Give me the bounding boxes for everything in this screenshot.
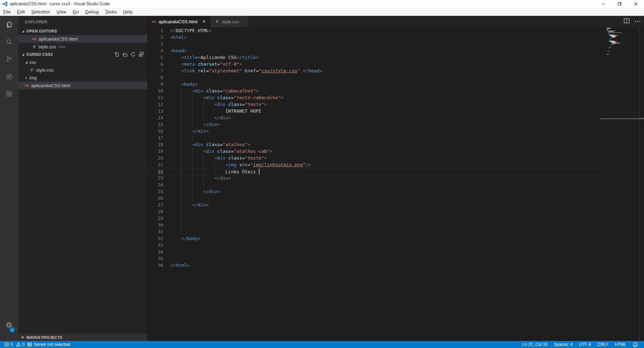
debug-icon[interactable] — [0, 68, 18, 85]
line-number: 22 — [147, 168, 163, 175]
minimap[interactable] — [604, 27, 639, 341]
status-server[interactable]: Server not selected — [26, 341, 71, 348]
status-utf-8[interactable]: UTF-8 — [576, 341, 594, 348]
menu-edit[interactable]: Edit — [14, 8, 28, 16]
tree-item-aplicandoCSS.html[interactable]: <>aplicandoCSS.html — [18, 82, 147, 89]
status-html[interactable]: HTML — [612, 341, 630, 348]
code-line-7[interactable]: 7 <link rel="stylesheet" href="css/style… — [147, 67, 604, 74]
split-editor-icon[interactable] — [624, 18, 630, 25]
files-icon[interactable] — [0, 16, 18, 33]
settings-gear-icon[interactable]: ⚙ — [0, 320, 18, 330]
code-line-9[interactable]: 9 <body> — [147, 81, 604, 88]
line-number: 18 — [147, 141, 163, 148]
feedback-smiley-icon[interactable] — [630, 341, 641, 348]
new-folder-icon[interactable] — [123, 52, 127, 57]
code-text: <head> — [170, 47, 187, 54]
line-number: 2 — [147, 34, 163, 41]
line-number: 28 — [147, 208, 163, 215]
code-line-19[interactable]: 19 <div class="atalhos-cab"> — [147, 148, 604, 155]
code-line-8[interactable]: 8 — [147, 74, 604, 81]
refresh-icon[interactable] — [131, 52, 136, 57]
code-line-35[interactable]: 35 — [147, 255, 604, 262]
tree-item-style.css[interactable]: #style.css — [18, 66, 147, 74]
chevron-right-icon: ▶ — [22, 336, 25, 339]
code-line-11[interactable]: 11 <div class="texto-cabecalho"> — [147, 94, 604, 101]
code-line-24[interactable]: 24 — [147, 181, 604, 188]
search-icon[interactable] — [0, 33, 18, 50]
editor-group: <>aplicandoCSS.html✕#style.css ··· 1<!DO… — [147, 16, 644, 341]
code-line-28[interactable]: 28 — [147, 208, 604, 215]
open-editor-style.css[interactable]: #style.csscss — [18, 43, 147, 50]
status-ln[interactable]: Ln 22, Col 33 — [519, 341, 550, 348]
restore-button[interactable] — [612, 0, 628, 8]
section-open-editors[interactable]: ◢OPEN EDITORS — [18, 27, 147, 35]
code-line-6[interactable]: 6 <meta charset="utf-8"> — [147, 61, 604, 67]
code-editor[interactable]: 1<!DOCTYPE HTML>2<html>34<head>5 <title>… — [147, 27, 644, 341]
line-number: 20 — [147, 155, 163, 161]
code-line-31[interactable]: 31 — [147, 228, 604, 235]
status-crlf[interactable]: CRLF — [594, 341, 612, 348]
more-actions-icon[interactable]: ··· — [634, 18, 641, 25]
close-tab-icon[interactable]: ✕ — [201, 19, 207, 24]
menu-selection[interactable]: Selection — [28, 8, 53, 16]
open-editor-aplicandoCSS.html[interactable]: <>aplicandoCSS.html — [18, 35, 147, 43]
code-line-21[interactable]: 21 <img src="img/linksuteis.png"/> — [147, 161, 604, 168]
minimap-slider-edge[interactable] — [600, 118, 644, 119]
code-line-5[interactable]: 5 <title>Aplicando CSS</title> — [147, 54, 604, 61]
menu-debug[interactable]: Debug — [82, 8, 102, 16]
status-error[interactable]: 0 — [4, 341, 14, 348]
close-button[interactable] — [628, 0, 644, 8]
code-line-17[interactable]: 17 — [147, 134, 604, 141]
code-line-30[interactable]: 30 — [147, 222, 604, 228]
indent-guide — [203, 181, 204, 188]
code-line-26[interactable]: 26 — [147, 195, 604, 202]
code-line-18[interactable]: 18 <div class="atalhos"> — [147, 141, 604, 148]
code-line-10[interactable]: 10 <div class="cabecalho1"> — [147, 88, 604, 94]
code-line-33[interactable]: 33 — [147, 242, 604, 248]
code-line-25[interactable]: 25 </div> — [147, 188, 604, 195]
section-curso-css3[interactable]: ◢CURSO CSS3 — [18, 50, 147, 58]
code-line-13[interactable]: 13 INTRANET HOPE — [147, 108, 604, 114]
code-line-22[interactable]: 22 Links Úteis — [147, 168, 604, 175]
code-line-2[interactable]: 2<html> — [147, 34, 604, 41]
line-number: 5 — [147, 54, 163, 61]
code-line-32[interactable]: 32 </body> — [147, 235, 604, 242]
code-line-12[interactable]: 12 <div class="texto"> — [147, 101, 604, 108]
chevron-collapsed-icon: ▸ — [24, 76, 28, 79]
code-line-3[interactable]: 3 — [147, 41, 604, 47]
status-spaces[interactable]: Spaces: 4 — [551, 341, 576, 348]
tree-item-css[interactable]: ◢css — [18, 58, 147, 66]
line-number: 1 — [147, 27, 163, 34]
menu-file[interactable]: File — [0, 8, 14, 16]
new-file-icon[interactable] — [114, 52, 119, 57]
maven-projects-section[interactable]: ▶ MAVEN PROJECTS — [18, 333, 147, 341]
menu-tasks[interactable]: Tasks — [102, 8, 120, 16]
code-line-27[interactable]: 27 </div> — [147, 202, 604, 208]
minimize-button[interactable] — [595, 0, 612, 8]
code-line-1[interactable]: 1<!DOCTYPE HTML> — [147, 27, 604, 34]
code-line-15[interactable]: 15 </div> — [147, 121, 604, 128]
code-line-23[interactable]: 23 </div> — [147, 175, 604, 181]
menu-go[interactable]: Go — [70, 8, 82, 16]
explorer-section-actions — [114, 50, 144, 58]
tree-item-img[interactable]: ▸img — [18, 74, 147, 82]
code-line-4[interactable]: 4<head> — [147, 47, 604, 54]
code-line-36[interactable]: 36</html> — [147, 262, 604, 269]
code-line-20[interactable]: 20 <div class="teste"> — [147, 155, 604, 161]
extensions-icon[interactable] — [0, 85, 18, 102]
menu-view[interactable]: View — [53, 8, 70, 16]
code-line-14[interactable]: 14 </div> — [147, 114, 604, 121]
tab-style.css[interactable]: #style.css — [210, 16, 249, 27]
menu-help[interactable]: Help — [120, 8, 136, 16]
code-text: <div class="cabecalho1"> — [170, 88, 258, 94]
line-number: 29 — [147, 215, 163, 222]
code-line-16[interactable]: 16 </div> — [147, 128, 604, 134]
source-control-icon[interactable] — [0, 50, 18, 68]
status-warning[interactable]: 0 — [15, 341, 25, 348]
tab-aplicandoCSS.html[interactable]: <>aplicandoCSS.html✕ — [147, 16, 210, 27]
indent-guide — [192, 181, 193, 188]
code-line-29[interactable]: 29 — [147, 215, 604, 222]
code-line-34[interactable]: 34 — [147, 248, 604, 255]
collapse-all-icon[interactable] — [139, 52, 144, 57]
minimap-line — [611, 44, 613, 45]
